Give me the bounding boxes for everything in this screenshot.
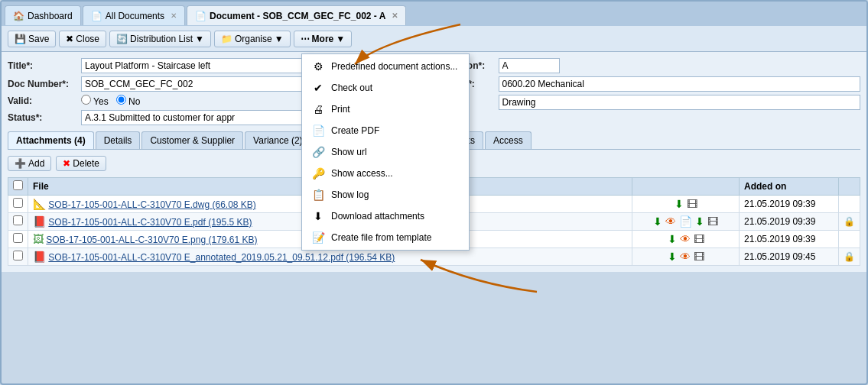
film-icon[interactable]: 🎞 bbox=[694, 233, 704, 245]
download-icon[interactable]: ⬇ bbox=[675, 198, 684, 210]
folder-input[interactable] bbox=[499, 76, 861, 92]
row-actions-cell: ⬇ 👁 🎞 bbox=[632, 248, 740, 266]
valid-yes-label[interactable]: Yes bbox=[81, 95, 109, 107]
valid-no-radio[interactable] bbox=[116, 95, 126, 105]
tab-document-close[interactable]: ✕ bbox=[392, 11, 398, 20]
preview-icon[interactable]: 👁 bbox=[680, 233, 691, 245]
menu-item[interactable]: ✔ Check out bbox=[302, 77, 469, 99]
tab-details-label: Details bbox=[104, 135, 132, 146]
app-window: 🏠 Dashboard 📄 All Documents ✕ 📄 Document… bbox=[0, 0, 868, 385]
more-label: More bbox=[312, 34, 334, 44]
file-name[interactable]: SOB-17-105-001-ALL-C-310V70 E.dwg (66.08… bbox=[48, 199, 255, 210]
tab-dashboard[interactable]: 🏠 Dashboard bbox=[5, 5, 81, 25]
menu-item-icon: ⬇ bbox=[311, 210, 325, 222]
organise-label: Organise bbox=[235, 34, 272, 44]
type-input[interactable] bbox=[499, 95, 861, 110]
col-checkbox bbox=[8, 178, 28, 196]
folder-row: Folder*: bbox=[441, 76, 861, 92]
row-added-cell: 21.05.2019 09:39 bbox=[740, 196, 839, 213]
row-actions-cell: ⬇ 🎞 bbox=[632, 196, 740, 213]
save-button[interactable]: 💾 Save bbox=[8, 31, 56, 47]
dropdown-menu: ⚙ Predefined document actions... ✔ Check… bbox=[301, 53, 470, 251]
file-type-icon: 🖼 bbox=[33, 233, 44, 245]
dashboard-icon: 🏠 bbox=[13, 11, 24, 21]
tab-customer-supplier-label: Customer & Supplier bbox=[150, 135, 235, 146]
tab-customer-supplier[interactable]: Customer & Supplier bbox=[141, 131, 243, 149]
col-added-header: Added on bbox=[740, 178, 839, 196]
more-button[interactable]: ⋯ More ▼ bbox=[294, 31, 353, 47]
delete-icon: ✖ bbox=[63, 158, 70, 169]
row-added-cell: 21.05.2019 09:45 bbox=[740, 248, 839, 266]
valid-radio-group: Yes No bbox=[81, 95, 140, 107]
menu-item-label: Predefined document actions... bbox=[331, 61, 457, 72]
distribution-icon: 🔄 bbox=[116, 34, 128, 44]
menu-item[interactable]: 🖨 Print bbox=[302, 99, 469, 120]
valid-no-label[interactable]: No bbox=[116, 95, 141, 107]
preview-icon[interactable]: 👁 bbox=[680, 251, 691, 263]
add-button[interactable]: ➕ Add bbox=[8, 156, 51, 171]
row-added-cell: 21.05.2019 09:39 bbox=[740, 213, 839, 231]
menu-item-icon: 📋 bbox=[311, 189, 325, 201]
row-checkbox[interactable] bbox=[13, 251, 23, 260]
close-label: Close bbox=[76, 34, 99, 44]
film-icon[interactable]: 🎞 bbox=[687, 198, 697, 210]
organise-button[interactable]: 📁 Organise ▼ bbox=[214, 31, 291, 47]
distribution-button[interactable]: 🔄 Distribution List ▼ bbox=[109, 31, 211, 47]
tab-document[interactable]: 📄 Document - SOB_CCM_GEC_FC_002 - A ✕ bbox=[187, 5, 406, 25]
row-checkbox[interactable] bbox=[13, 233, 23, 243]
menu-item-icon: 📄 bbox=[311, 125, 325, 137]
row-checkbox-cell bbox=[8, 231, 28, 248]
menu-item[interactable]: 🔑 Show access... bbox=[302, 163, 469, 184]
download-icon[interactable]: ⬇ bbox=[653, 215, 662, 228]
row-lock-cell bbox=[839, 231, 860, 248]
row-lock-cell: 🔒 bbox=[839, 213, 860, 231]
tab-bar: 🏠 Dashboard 📄 All Documents ✕ 📄 Document… bbox=[2, 2, 866, 26]
tab-attachments-label: Attachments (4) bbox=[16, 135, 86, 146]
revision-input[interactable] bbox=[499, 58, 560, 73]
status-label: Status*: bbox=[8, 112, 76, 123]
more-arrow-icon: ▼ bbox=[336, 34, 345, 44]
menu-item[interactable]: ⚙ Predefined document actions... bbox=[302, 56, 469, 77]
close-button[interactable]: ✖ Close bbox=[59, 31, 106, 47]
menu-item-label: Show access... bbox=[331, 168, 393, 179]
menu-item-icon: 🔑 bbox=[311, 167, 325, 180]
download-icon[interactable]: ⬇ bbox=[668, 233, 677, 245]
menu-item-label: Download attachments bbox=[331, 211, 424, 222]
type-row: Type*: bbox=[441, 95, 861, 110]
title-label: Title*: bbox=[8, 60, 76, 71]
row-lock-cell bbox=[839, 196, 860, 213]
menu-item[interactable]: 📄 Create PDF bbox=[302, 120, 469, 141]
select-all-checkbox[interactable] bbox=[13, 180, 23, 190]
download-icon[interactable]: ⬇ bbox=[668, 251, 677, 263]
file-name[interactable]: SOB-17-105-001-ALL-C-310V70 E.png (179.6… bbox=[46, 235, 257, 245]
file-name[interactable]: SOB-17-105-001-ALL-C-310V70 E.pdf (195.5… bbox=[48, 217, 252, 228]
pdf-icon[interactable]: 📄 bbox=[679, 215, 692, 228]
add-icon: ➕ bbox=[15, 158, 26, 169]
valid-yes-radio[interactable] bbox=[81, 95, 91, 105]
distribution-label: Distribution List bbox=[130, 34, 193, 44]
film-icon[interactable]: 🎞 bbox=[707, 215, 718, 228]
preview-icon[interactable]: 👁 bbox=[665, 215, 676, 228]
menu-item[interactable]: ⬇ Download attachments bbox=[302, 205, 469, 227]
menu-item-label: Check out bbox=[331, 82, 372, 93]
tab-all-documents[interactable]: 📄 All Documents ✕ bbox=[83, 5, 185, 25]
tab-variance-label: Variance (2) bbox=[253, 135, 302, 146]
row-checkbox[interactable] bbox=[13, 198, 23, 208]
tab-attachments[interactable]: Attachments (4) bbox=[8, 131, 94, 149]
menu-item[interactable]: 📝 Create file from template bbox=[302, 227, 469, 248]
tab-all-documents-label: All Documents bbox=[106, 11, 164, 21]
menu-item[interactable]: 🔗 Show url bbox=[302, 141, 469, 163]
tab-access[interactable]: Access bbox=[485, 131, 532, 149]
menu-item-icon: ✔ bbox=[311, 82, 325, 94]
file-name[interactable]: SOB-17-105-001-ALL-C-310V70 E_annotated_… bbox=[48, 252, 395, 263]
save-icon: 💾 bbox=[15, 34, 26, 44]
file-type-icon: 📐 bbox=[33, 198, 46, 210]
tab-all-documents-close[interactable]: ✕ bbox=[171, 11, 177, 20]
download2-icon[interactable]: ⬇ bbox=[695, 215, 704, 228]
row-actions-cell: ⬇ 👁 📄 ⬇ 🎞 bbox=[632, 213, 740, 231]
delete-button[interactable]: ✖ Delete bbox=[56, 156, 106, 171]
tab-details[interactable]: Details bbox=[96, 131, 141, 149]
row-checkbox[interactable] bbox=[13, 215, 23, 225]
menu-item[interactable]: 📋 Show log bbox=[302, 184, 469, 205]
film-icon[interactable]: 🎞 bbox=[694, 251, 704, 263]
